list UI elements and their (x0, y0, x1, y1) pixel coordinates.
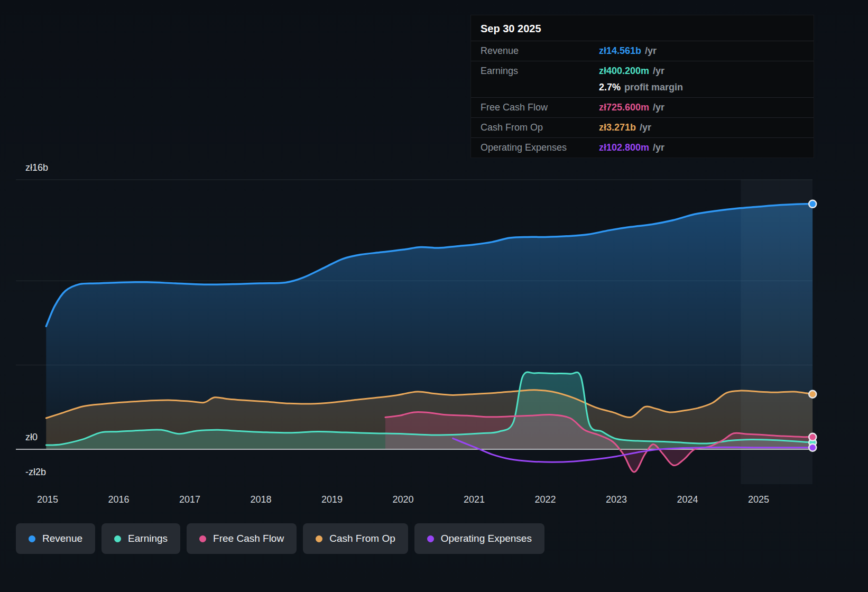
legend-item-earnings[interactable]: Earnings (101, 523, 180, 554)
tooltip-row-cash-from-op: Cash From Op zł3.271b /yr (471, 117, 814, 137)
tooltip-row-earnings: Earnings zł400.200m /yr (471, 61, 814, 81)
tooltip-row-operating-expenses: Operating Expenses zł102.800m /yr (471, 137, 814, 158)
opex-legend-dot-icon (427, 535, 434, 542)
x-axis-label: 2020 (392, 494, 413, 505)
revenue-legend-dot-icon (29, 535, 35, 542)
legend-label: Cash From Op (329, 533, 395, 544)
x-axis-label: 2018 (250, 494, 271, 505)
legend-item-cashop[interactable]: Cash From Op (303, 523, 408, 554)
tooltip-date: Sep 30 2025 (471, 15, 814, 41)
x-axis-label: 2016 (108, 494, 129, 505)
x-axis-label: 2019 (321, 494, 343, 505)
x-axis-label: 2017 (179, 494, 200, 505)
tooltip-label: Free Cash Flow (481, 102, 599, 113)
x-axis-label: 2023 (606, 494, 627, 505)
tooltip-value: zł3.271b (599, 122, 636, 133)
legend-label: Free Cash Flow (213, 533, 284, 544)
tooltip-row-free-cash-flow: Free Cash Flow zł725.600m /yr (471, 97, 814, 117)
tooltip: Sep 30 2025 Revenue zł14.561b /yr Earnin… (470, 15, 814, 158)
legend-label: Revenue (42, 533, 82, 544)
tooltip-suffix: /yr (645, 45, 657, 57)
tooltip-suffix: /yr (640, 122, 651, 133)
legend-item-revenue[interactable]: Revenue (16, 523, 95, 554)
tooltip-label: Operating Expenses (481, 142, 599, 153)
tooltip-label: Cash From Op (481, 122, 599, 133)
fcf-legend-dot-icon (199, 535, 206, 542)
x-axis-label: 2025 (748, 494, 769, 505)
tooltip-suffix: /yr (653, 66, 664, 77)
earnings-legend-dot-icon (114, 535, 121, 542)
tooltip-row-profit-margin: 2.7% profit margin (471, 81, 814, 97)
x-axis-label: 2015 (37, 494, 58, 505)
x-axis-label: 2024 (677, 494, 698, 505)
financial-chart-panel: zł16bzł0-zł2b201520162017201820192020202… (0, 0, 868, 592)
legend-label: Earnings (128, 533, 168, 544)
tooltip-suffix: profit margin (624, 82, 683, 93)
x-axis-label: 2022 (534, 494, 556, 505)
tooltip-value: 2.7% (599, 82, 621, 93)
legend-item-fcf[interactable]: Free Cash Flow (187, 523, 297, 554)
tooltip-label: Revenue (481, 45, 599, 57)
tooltip-value: zł14.561b (599, 45, 641, 57)
tooltip-suffix: /yr (653, 102, 664, 113)
tooltip-suffix: /yr (653, 142, 664, 153)
tooltip-value: zł725.600m (599, 102, 649, 113)
legend-label: Operating Expenses (441, 533, 532, 544)
legend-item-opex[interactable]: Operating Expenses (414, 523, 544, 554)
tooltip-row-revenue: Revenue zł14.561b /yr (471, 41, 814, 61)
tooltip-label: Earnings (481, 66, 599, 77)
plot-area[interactable] (16, 180, 812, 484)
y-axis-label: zł16b (25, 162, 48, 173)
cashop-legend-dot-icon (316, 535, 322, 542)
legend: RevenueEarningsFree Cash FlowCash From O… (16, 523, 544, 554)
tooltip-value: zł400.200m (599, 66, 649, 77)
tooltip-value: zł102.800m (599, 142, 649, 153)
x-axis-label: 2021 (464, 494, 485, 505)
